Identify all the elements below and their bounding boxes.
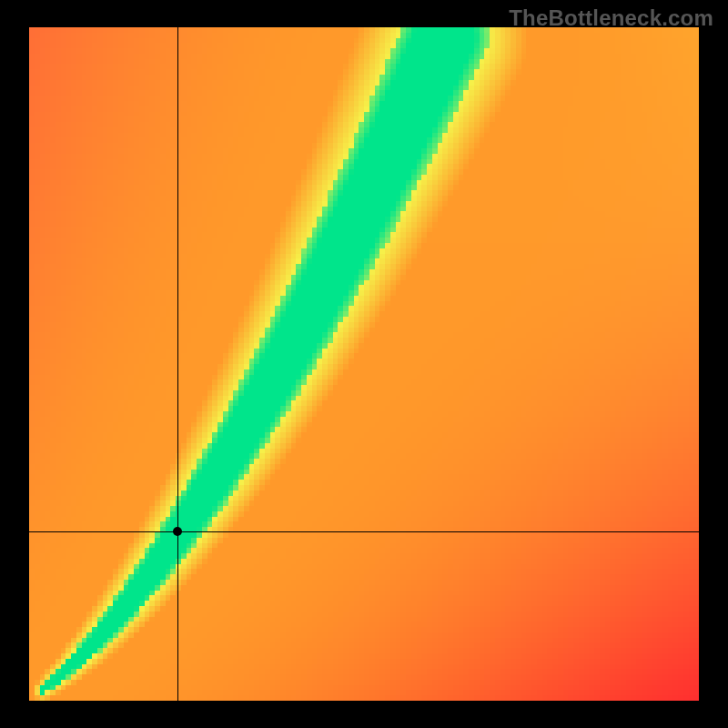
crosshair-vertical [177, 27, 178, 701]
watermark-text: TheBottleneck.com [509, 5, 713, 31]
bottleneck-heatmap [29, 27, 699, 701]
queried-point-marker [173, 527, 182, 536]
chart-frame: TheBottleneck.com [0, 0, 728, 728]
crosshair-horizontal [29, 531, 699, 532]
